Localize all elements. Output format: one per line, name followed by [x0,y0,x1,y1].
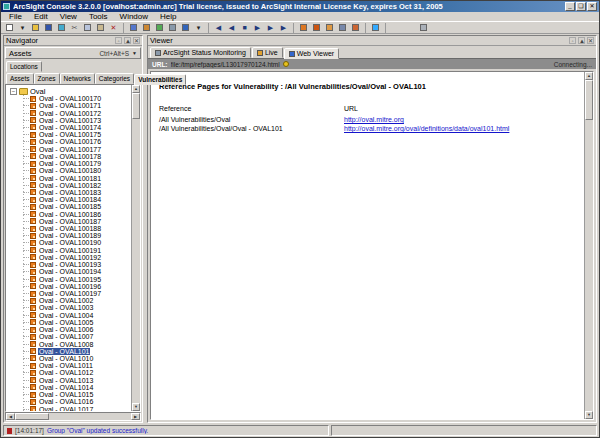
tree-item[interactable]: Oval - OVAL100182 [20,182,131,189]
url-value[interactable]: file:/tmp/refpages/L13017970124.html [171,61,280,68]
tab-categories[interactable]: Categories [95,73,134,84]
tree-item[interactable]: Oval - OVAL1002 [20,297,131,304]
zoom-in-icon[interactable] [298,23,309,33]
tree-item[interactable]: Oval - OVAL100196 [20,283,131,290]
tab-vulnerabilities[interactable]: Vulnerabilities [134,74,186,85]
tree-item[interactable]: Oval - OVAL100187 [20,218,131,225]
delete-icon[interactable]: ✕ [108,23,119,33]
maximize-icon[interactable]: ❏ [576,2,586,11]
print-icon[interactable] [56,23,67,33]
tree-item[interactable]: Oval - OVAL100189 [20,232,131,239]
grid-view-icon[interactable] [154,23,165,33]
tree-item[interactable]: Oval - OVAL1014 [20,384,131,391]
tab-assets[interactable]: Assets [6,73,34,84]
menu-help[interactable]: Help [154,12,182,21]
scrollbar-thumb-h[interactable] [15,413,49,420]
content-vertical-scrollbar[interactable]: ▲ ▼ [584,72,593,419]
tree-item[interactable]: Oval - OVAL100172 [20,109,131,116]
menu-tools[interactable]: Tools [83,12,114,21]
maximize-panel-icon[interactable]: ▲ [578,37,585,44]
tree-item[interactable]: Oval - OVAL100181 [20,174,131,181]
scroll-right-icon[interactable]: ▶ [131,413,140,420]
tree-item[interactable]: Oval - OVAL100176 [20,138,131,145]
detach-panel-icon[interactable]: ◦ [115,37,122,44]
tree-item[interactable]: Oval - OVAL101 [20,348,131,355]
scroll-down-icon[interactable]: ▼ [585,411,593,419]
scroll-up-icon[interactable]: ▲ [132,85,140,93]
idea-icon[interactable] [370,23,381,33]
tree-item[interactable]: Oval - OVAL1015 [20,391,131,398]
scrollbar-track[interactable] [585,120,593,411]
tab-locations[interactable]: Locations [6,61,42,72]
scrollbar-track-h[interactable] [49,413,131,420]
tree-item[interactable]: Oval - OVAL1008 [20,340,131,347]
tree-item[interactable]: Oval - OVAL1003 [20,304,131,311]
tree-item[interactable]: Oval - OVAL1007 [20,333,131,340]
tree-item[interactable]: Oval - OVAL100192 [20,254,131,261]
tree-item[interactable]: Oval - OVAL100185 [20,203,131,210]
paste-icon[interactable] [95,23,106,33]
tree-item[interactable]: Oval - OVAL100188 [20,225,131,232]
annotate-icon[interactable] [324,23,335,33]
tab-zones[interactable]: Zones [34,73,60,84]
playback-stop-icon[interactable]: ■ [239,23,250,33]
tree-vertical-scrollbar[interactable]: ▲ ▼ [131,85,140,411]
tree-item[interactable]: Oval - OVAL100170 [20,95,131,102]
go-icon[interactable] [283,61,289,67]
playback-rewind-icon[interactable]: ◀ [226,23,237,33]
tree-item[interactable]: Oval - OVAL100194 [20,268,131,275]
tree-item[interactable]: Oval - OVAL1010 [20,355,131,362]
zoom-out-icon[interactable] [311,23,322,33]
menu-window[interactable]: Window [114,12,154,21]
tree-item[interactable]: Oval - OVAL100195 [20,275,131,282]
scrollbar-thumb[interactable] [585,80,593,120]
viewer-tab-arcsight-status-monitoring[interactable]: ArcSight Status Monitoring [150,47,251,58]
menu-file[interactable]: File [3,12,28,21]
tree-horizontal-scrollbar[interactable]: ◀ ▶ [5,412,141,421]
knowledge-base-icon[interactable] [418,23,429,33]
filter-icon[interactable] [337,23,348,33]
snapshot-icon[interactable] [350,23,361,33]
viewer-tab-web-viewer[interactable]: Web Viewer [284,48,339,59]
playback-forward-icon[interactable]: ▶ [265,23,276,33]
tree-item[interactable]: Oval - OVAL1005 [20,319,131,326]
tree-item[interactable]: Oval - OVAL100175 [20,131,131,138]
cut-icon[interactable]: ✂ [69,23,80,33]
notes-icon[interactable] [167,23,178,33]
copy-icon[interactable] [82,23,93,33]
close-panel-icon[interactable]: ✕ [133,37,140,44]
tree-item[interactable]: Oval - OVAL1013 [20,377,131,384]
reference-url-link[interactable]: http://oval.mitre.org [344,116,404,123]
close-panel-icon[interactable]: ✕ [587,37,594,44]
tree-item[interactable]: Oval - OVAL1006 [20,326,131,333]
tab-networks[interactable]: Networks [60,73,95,84]
resource-selector[interactable]: Assets Ctrl+Alt+S ▼ [5,47,141,59]
tree-item[interactable]: Oval - OVAL100174 [20,124,131,131]
tree-item[interactable]: Oval - OVAL100183 [20,189,131,196]
tree-item[interactable]: Oval - OVAL100197 [20,290,131,297]
tree-item[interactable]: Oval - OVAL100190 [20,239,131,246]
tree-item[interactable]: Oval - OVAL100184 [20,196,131,203]
tree-item[interactable]: Oval - OVAL100173 [20,117,131,124]
close-icon[interactable]: ✕ [587,2,597,11]
tree-item[interactable]: Oval - OVAL100191 [20,247,131,254]
tree-item[interactable]: Oval - OVAL100171 [20,102,131,109]
tree-item[interactable]: Oval - OVAL1017 [20,405,131,411]
minimize-icon[interactable]: _ [565,2,575,11]
tree-item[interactable]: Oval - OVAL1011 [20,362,131,369]
scroll-up-icon[interactable]: ▲ [585,72,593,80]
open-icon[interactable] [30,23,41,33]
viewer-tab-live[interactable]: Live [252,47,283,58]
maximize-panel-icon[interactable]: ▲ [124,37,131,44]
reference-url-link[interactable]: http://oval.mitre.org/oval/definitions/d… [344,125,509,132]
tree-item[interactable]: Oval - OVAL1012 [20,369,131,376]
viewer-dropdown-icon[interactable]: ▾ [193,23,204,33]
tree-item[interactable]: Oval - OVAL1004 [20,312,131,319]
tree-item[interactable]: Oval - OVAL100179 [20,160,131,167]
playback-play-icon[interactable]: ▶ [252,23,263,33]
tree-item[interactable]: Oval - OVAL100193 [20,261,131,268]
tree-item[interactable]: Oval - OVAL100186 [20,211,131,218]
status-monitor-icon[interactable] [128,23,139,33]
menu-edit[interactable]: Edit [28,12,54,21]
new-dropdown-icon[interactable]: ▾ [17,23,28,33]
